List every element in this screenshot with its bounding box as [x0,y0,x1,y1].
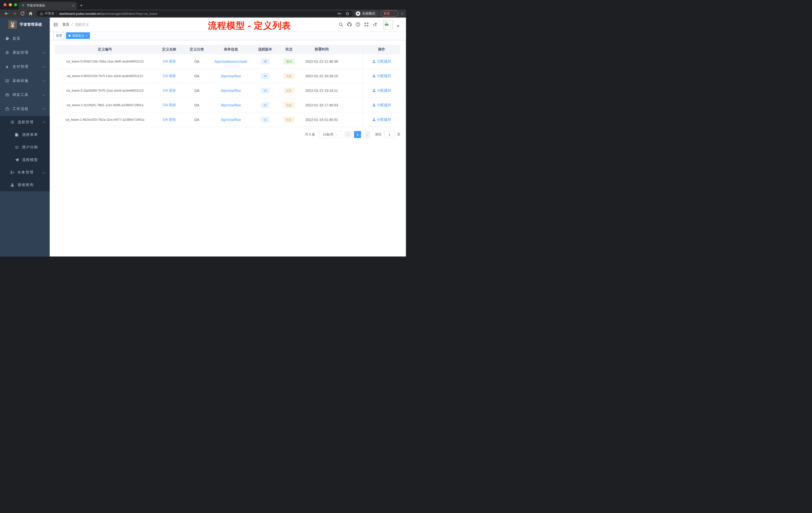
form-link[interactable]: /bpm/oa/flow [221,103,241,107]
incognito-icon [356,11,360,16]
definition-table: 定义编号 定义名称 定义分类 表单信息 流程版本 状态 部署时间 操作 [55,45,401,127]
version-badge: v3 [261,88,270,93]
sidebar-menu-item[interactable]: ⚙ 系统管理 [0,46,50,60]
warning-triangle-icon[interactable] [40,12,43,15]
browser-toolbar: 不安全 dashboard.yudao.iocoder.cn/bpm/manag… [0,9,406,18]
deploy-time: 2022-01-22 21:48:38 [299,59,344,63]
form-link[interactable]: /bpm/oa/flow [221,89,241,93]
avatar-caret-icon[interactable] [397,26,400,27]
active-tag-dot [68,35,70,37]
definition-category: OA [183,59,210,63]
fullscreen-icon[interactable] [364,22,369,27]
bookmark-star-icon[interactable] [345,11,350,16]
status-badge: 挂起 [284,73,294,79]
app-logo-avatar: 🐰 [8,20,17,29]
breadcrumb-home[interactable]: 首页 [62,22,69,27]
chevron-icon [42,121,45,124]
browser-menu-dots-icon[interactable] [392,12,396,16]
sidebar-menu-item[interactable]: 工作流程 [0,102,50,116]
col-header: 部署时间 [299,47,344,52]
table-row: oa_leave:4:991f2193-7b7f-11ec-a3c8-acde4… [55,69,401,83]
tag-close-icon[interactable] [86,34,87,37]
window-controls[interactable] [3,3,17,6]
sidebar-menu-item[interactable]: 基础设施 [0,74,50,88]
col-header: 表单信息 [210,47,251,52]
sidebar-submenu-item[interactable]: 流程模型 [0,154,50,166]
assign-rule-link[interactable]: 分配规则 [372,74,391,78]
assign-rule-link[interactable]: 分配规则 [372,117,391,122]
definition-name-link[interactable]: OA 请假 [163,74,175,78]
reload-icon[interactable] [20,11,25,16]
incognito-label: 无痕模式 [362,11,375,16]
form-link[interactable]: /bpm/oa/flow [221,118,241,122]
page-scrollbar[interactable] [405,18,406,256]
next-page-button[interactable] [364,131,371,138]
update-button[interactable]: 更新 [381,10,398,17]
col-header: 状态 [279,47,299,52]
current-page-button[interactable]: 1 [354,131,361,138]
sidebar: 🐰 芋道管理系统 首页 ⚙ 系统管理 [0,18,50,256]
new-tab-button[interactable] [80,3,83,8]
tab-close-icon[interactable] [72,4,74,7]
fixed-column-divider [362,45,363,127]
url-path[interactable]: /bpm/manager/definition?key=oa_leave [100,12,157,16]
definition-category: OA [183,118,210,122]
goto-page-input[interactable] [384,131,395,138]
assign-rule-link[interactable]: 分配规则 [372,103,391,108]
font-size-icon[interactable]: TT [373,22,377,27]
form-link[interactable]: /bpm/oa/flow [221,74,241,78]
sidebar-submenu-item[interactable]: 请假查询 [0,179,50,191]
sidebar-submenu-item[interactable]: 用户分组 [0,141,50,154]
browser-tab[interactable]: 芋道管理系统 [19,2,77,9]
assign-rule-link[interactable]: 分配规则 [372,88,391,93]
browser-window: 芋道管理系统 不安全 dashboard.yudao.iocoder.cn/bp… [0,0,406,256]
github-icon[interactable] [347,22,352,27]
form-link[interactable]: /bpm/oa/leave/create [214,59,247,63]
definition-name-link[interactable]: OA 请假 [163,103,175,108]
app-logo-row[interactable]: 🐰 芋道管理系统 [0,18,50,32]
version-badge: v1 [261,117,270,122]
robot-icon [14,145,19,150]
list-icon [10,120,14,124]
user-avatar[interactable] [383,20,393,29]
briefcase-icon [5,107,9,111]
person-icon [372,118,376,121]
person-icon [372,74,376,78]
sidebar-menu-item[interactable]: ¥ 支付管理 [0,60,50,74]
address-bar[interactable]: 不安全 dashboard.yudao.iocoder.cn/bpm/manag… [37,10,353,17]
sidebar-menu-item[interactable]: 首页 [0,32,50,46]
definition-name-link[interactable]: OA 请假 [163,59,175,64]
url-domain[interactable]: dashboard.yudao.iocoder.cn [59,12,100,16]
chevron-down-icon [336,133,339,135]
sidebar-submenu-item[interactable]: 流程管理 [0,116,50,128]
security-label[interactable]: 不安全 [45,11,55,16]
search-icon[interactable] [339,22,343,27]
definition-name-link[interactable]: OA 请假 [163,88,175,93]
back-icon[interactable] [4,11,9,16]
sidebar-menu-item[interactable]: 研发工具 [0,88,50,102]
close-window-button[interactable] [3,3,6,6]
broken-image-icon [384,21,389,26]
key-icon[interactable] [337,11,342,16]
tag-item[interactable]: 流程定义 [66,32,90,39]
prev-page-button[interactable] [345,131,351,138]
help-icon[interactable] [355,22,360,27]
col-header: 定义名称 [155,47,183,52]
toolbar-chevron-icon[interactable] [401,11,404,16]
home-icon[interactable] [28,11,33,16]
sidebar-collapse-icon[interactable] [53,22,58,27]
sidebar-submenu-item[interactable]: 任务管理 [0,166,50,179]
definition-name-link[interactable]: OA 请假 [163,117,175,122]
assign-rule-link[interactable]: 分配规则 [372,59,391,64]
page-size-select[interactable]: 10条/页 [319,131,342,138]
favicon-sprout-icon [21,4,25,7]
minimize-window-button[interactable] [9,3,12,6]
deploy-time: 2022-01-22 20:34:10 [299,74,344,78]
zoom-window-button[interactable] [14,3,17,6]
user-icon [10,183,14,187]
tag-item[interactable]: 首页 [54,32,64,39]
forward-icon[interactable] [12,11,17,16]
sidebar-submenu-item[interactable]: 流程表单 [0,128,50,141]
col-header: 定义编号 [55,47,155,52]
update-label[interactable]: 更新 [383,11,390,16]
